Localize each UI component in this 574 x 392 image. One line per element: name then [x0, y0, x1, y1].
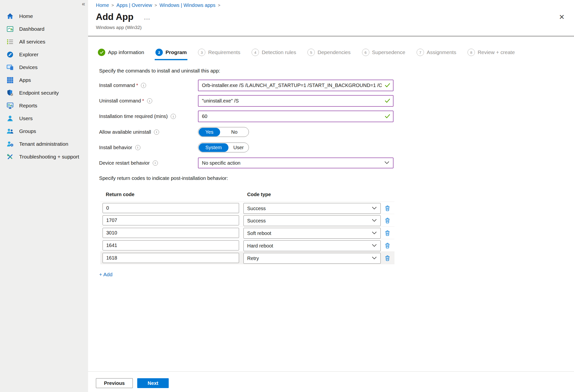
- return-code-input-wrap: [102, 203, 239, 213]
- sidebar-item-endpoint-security[interactable]: Endpoint security: [0, 86, 88, 99]
- step-complete-check-icon: [98, 49, 105, 56]
- sidebar-item-reports[interactable]: Reports: [0, 99, 88, 112]
- delete-row-icon[interactable]: [384, 254, 391, 262]
- step-dependencies[interactable]: 5 Dependencies: [308, 49, 350, 60]
- sidebar-item-users[interactable]: Users: [0, 112, 88, 125]
- info-icon[interactable]: i: [141, 83, 146, 88]
- uninstall-command-input[interactable]: [199, 96, 393, 106]
- install-behavior-toggle: System User: [198, 142, 249, 152]
- install-command-input[interactable]: [199, 80, 393, 91]
- step-app-information[interactable]: App information: [98, 49, 144, 60]
- step-label: Dependencies: [317, 49, 350, 55]
- sidebar-item-label: Troubleshooting + support: [19, 154, 79, 160]
- delete-row-icon[interactable]: [384, 217, 391, 224]
- toggle-option-user[interactable]: User: [228, 145, 249, 150]
- sidebar-collapse-icon[interactable]: «: [82, 1, 85, 7]
- step-detection-rules[interactable]: 4 Detection rules: [252, 49, 296, 60]
- breadcrumb-home[interactable]: Home: [96, 2, 109, 8]
- step-assignments[interactable]: 7 Assignments: [417, 49, 456, 60]
- step-number: 6: [362, 49, 369, 56]
- valid-check-icon: [384, 114, 390, 119]
- breadcrumb-apps-overview[interactable]: Apps | Overview: [116, 2, 152, 8]
- sidebar-item-dashboard[interactable]: Dashboard: [0, 23, 88, 35]
- return-code-input-wrap: [102, 228, 239, 238]
- sidebar-item-devices[interactable]: Devices: [0, 61, 88, 74]
- toggle-option-no[interactable]: No: [220, 129, 249, 135]
- install-command-input-wrap: [198, 80, 393, 91]
- install-command-row: Install command*i: [99, 80, 146, 91]
- column-header-return-code: Return code: [106, 192, 135, 197]
- return-code-input[interactable]: [103, 216, 239, 225]
- next-button[interactable]: Next: [137, 378, 169, 388]
- restart-behavior-label: Device restart behaviori: [99, 160, 158, 166]
- sidebar-item-troubleshooting[interactable]: Troubleshooting + support: [0, 150, 88, 163]
- breadcrumb-windows-apps[interactable]: Windows | Windows apps: [159, 2, 215, 8]
- restart-behavior-row: Device restart behaviori: [99, 157, 158, 168]
- restart-behavior-dropdown[interactable]: No specific action: [198, 157, 393, 168]
- toggle-option-system[interactable]: System: [199, 143, 228, 152]
- step-program[interactable]: 2 Program: [155, 49, 187, 60]
- close-icon[interactable]: ✕: [559, 14, 565, 21]
- delete-row-icon[interactable]: [384, 204, 391, 212]
- install-time-input-wrap: [198, 111, 393, 122]
- info-icon[interactable]: i: [153, 160, 158, 166]
- step-label: Program: [165, 49, 187, 55]
- code-type-dropdown[interactable]: Success: [244, 203, 381, 214]
- uninstall-command-label: Uninstall command*i: [99, 98, 152, 104]
- step-number: 4: [252, 49, 259, 56]
- step-number: 2: [155, 49, 163, 56]
- toggle-option-yes[interactable]: Yes: [199, 128, 220, 137]
- info-icon[interactable]: i: [135, 145, 141, 150]
- code-type-dropdown[interactable]: Retry: [244, 253, 381, 264]
- sidebar-item-apps[interactable]: Apps: [0, 74, 88, 86]
- step-label: Requirements: [208, 49, 240, 55]
- required-asterisk: *: [136, 83, 138, 88]
- step-label: Supersedence: [372, 49, 405, 55]
- more-options-icon[interactable]: ...: [144, 14, 150, 21]
- code-type-dropdown[interactable]: Hard reboot: [244, 240, 381, 251]
- allow-uninstall-toggle: Yes No: [198, 127, 249, 137]
- devices-icon: [6, 64, 14, 71]
- return-code-input[interactable]: [103, 241, 239, 250]
- return-code-input[interactable]: [103, 203, 239, 213]
- info-icon[interactable]: i: [154, 130, 159, 135]
- sidebar-item-home[interactable]: Home: [0, 10, 88, 23]
- footer-divider: [88, 371, 574, 372]
- step-supersedence[interactable]: 6 Supersedence: [362, 49, 405, 60]
- code-type-dropdown[interactable]: Success: [244, 215, 381, 226]
- sidebar-item-tenant-administration[interactable]: Tenant administration: [0, 138, 88, 150]
- sidebar-item-label: Endpoint security: [19, 90, 59, 96]
- sidebar: « Home Dashboard All services Explorer D…: [0, 0, 88, 392]
- step-number: 5: [308, 49, 315, 56]
- sidebar-item-all-services[interactable]: All services: [0, 35, 88, 48]
- add-return-code-link[interactable]: + Add: [99, 272, 112, 277]
- return-code-input[interactable]: [103, 228, 239, 238]
- sidebar-item-label: All services: [19, 39, 45, 45]
- page-subtitle: Windows app (Win32): [96, 25, 142, 30]
- apps-icon: [6, 77, 14, 84]
- uninstall-command-row: Uninstall command*i: [99, 95, 152, 107]
- sidebar-item-groups[interactable]: Groups: [0, 125, 88, 138]
- return-code-input-wrap: [102, 240, 239, 251]
- chevron-down-icon: [372, 256, 377, 260]
- sidebar-item-label: Apps: [19, 77, 31, 83]
- dropdown-value: Success: [247, 206, 266, 211]
- return-code-input[interactable]: [103, 253, 239, 263]
- sidebar-item-label: Explorer: [19, 52, 38, 58]
- delete-row-icon[interactable]: [384, 229, 391, 237]
- breadcrumb: Home > Apps | Overview > Windows | Windo…: [96, 2, 220, 8]
- step-label: Review + create: [478, 49, 515, 55]
- step-review-create[interactable]: 8 Review + create: [468, 49, 515, 60]
- code-type-dropdown[interactable]: Soft reboot: [244, 228, 381, 239]
- previous-button[interactable]: Previous: [96, 378, 133, 388]
- info-icon[interactable]: i: [171, 114, 176, 119]
- delete-row-icon[interactable]: [384, 242, 391, 249]
- page-title: Add App: [96, 12, 134, 22]
- sidebar-item-label: Reports: [19, 103, 37, 109]
- info-icon[interactable]: i: [147, 98, 152, 103]
- step-requirements[interactable]: 3 Requirements: [198, 49, 240, 60]
- install-time-input[interactable]: [199, 111, 393, 122]
- sidebar-item-label: Tenant administration: [19, 141, 68, 147]
- sidebar-item-explorer[interactable]: Explorer: [0, 48, 88, 61]
- required-asterisk: *: [142, 98, 144, 104]
